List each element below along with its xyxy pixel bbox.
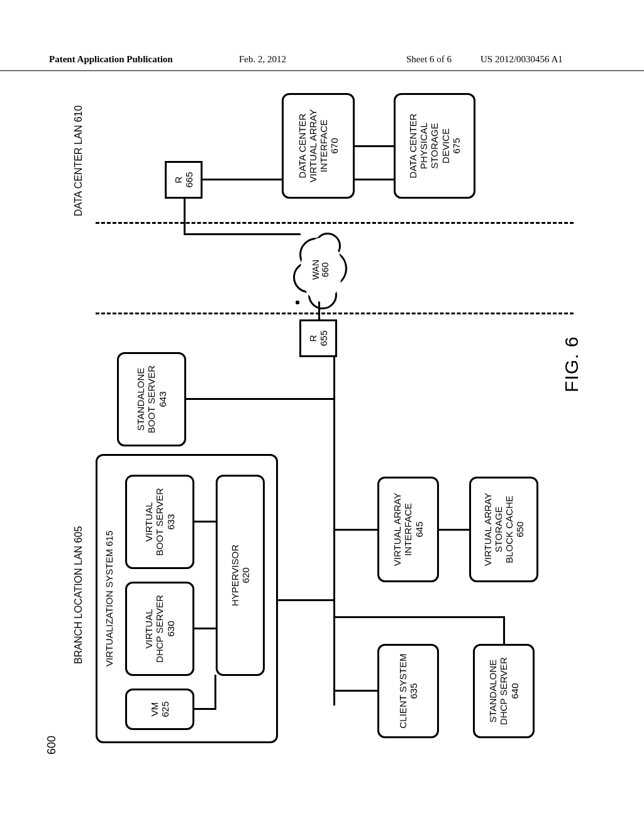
client-system: CLIENT SYSTEM 635 [377, 644, 439, 738]
vai-line3: 645 [414, 521, 425, 537]
standalone-boot-server: STANDALONE BOOT SERVER 643 [117, 352, 186, 446]
wan-cloud: WAN 660 [296, 235, 346, 304]
virtual-boot-line1: VIRTUAL [143, 502, 154, 541]
standalone-dhcp: STANDALONE DHCP SERVER 640 [473, 644, 535, 738]
vcache-line2: STORAGE [493, 506, 504, 552]
virtual-dhcp-line1: VIRTUAL [143, 609, 154, 648]
vai-line1: VIRTUAL ARRAY [392, 493, 402, 566]
virtual-array-interface: VIRTUAL ARRAY INTERFACE 645 [377, 477, 439, 582]
branch-lan-bus [333, 336, 335, 706]
diagram: 600 BRANCH LOCATION LAN 605 DATA CENTER … [39, 83, 605, 767]
page-header: Patent Application Publication Feb. 2, 2… [0, 54, 644, 71]
r655-line1: R [308, 335, 318, 342]
conn-vai-bus [335, 529, 377, 531]
vcache-line1: VIRTUAL ARRAY [482, 493, 493, 566]
dc-phys-line2: PHYSICAL [418, 123, 429, 169]
header-sheet: Sheet 6 of 6 [406, 54, 452, 65]
conn-vm-hyper [194, 708, 216, 710]
conn-client-bus [335, 690, 377, 692]
vcache-line3: BLOCK CACHE [504, 495, 514, 563]
conn-vsys-bus [278, 599, 333, 601]
conn-vdhcp-hyper [194, 628, 216, 629]
hypervisor-line2: 620 [240, 567, 251, 583]
header-date: Feb. 2, 2012 [239, 54, 286, 65]
virtual-dhcp-line2: DHCP SERVER [154, 595, 165, 663]
dc-phys-line5: 675 [451, 138, 462, 153]
standalone-boot-line1: STANDALONE [135, 368, 146, 431]
hypervisor-line1: HYPERVISOR [230, 545, 240, 606]
r665-line2: 665 [184, 172, 194, 187]
conn-stddhcp-h [503, 616, 505, 644]
standalone-dhcp-line1: STANDALONE [487, 660, 498, 723]
standalone-boot-line2: BOOT SERVER [146, 365, 157, 433]
vm-line1: VM [149, 702, 160, 717]
virtual-boot: VIRTUAL BOOT SERVER 633 [125, 475, 194, 569]
router-655: R 655 [299, 319, 337, 357]
client-line2: 635 [408, 683, 419, 699]
r665-line1: R [173, 177, 184, 184]
dc-phys-line3: STORAGE [429, 123, 440, 169]
conn-stdboot-bus [186, 398, 333, 400]
dc-phys-line4: DEVICE [440, 128, 451, 163]
header-left: Patent Application Publication [49, 54, 173, 65]
virtual-dhcp-line3: 630 [165, 621, 176, 636]
conn-wan-up [184, 233, 301, 235]
branch-lan-label: BRANCH LOCATION LAN 605 [73, 526, 84, 664]
dc-virtual-array-interface: DATA CENTER VIRTUAL ARRAY INTERFACE 670 [282, 93, 355, 199]
dc-vai-line2: VIRTUAL ARRAY [308, 109, 318, 182]
conn-stddhcp-v [335, 616, 504, 618]
hypervisor: HYPERVISOR 620 [216, 475, 265, 676]
figure-number: 600 [45, 736, 58, 755]
vcache-line4: 650 [514, 521, 525, 537]
virtual-dhcp: VIRTUAL DHCP SERVER 630 [125, 582, 194, 676]
dc-phys-line1: DATA CENTER [408, 114, 418, 179]
dc-physical-storage: DATA CENTER PHYSICAL STORAGE DEVICE 675 [394, 93, 475, 199]
conn-dcvai-dcphys [355, 145, 394, 147]
router-665: R 665 [165, 161, 203, 199]
figure-caption: FIG. 6 [561, 336, 582, 392]
conn-vai-vcache [439, 529, 469, 531]
vai-line2: INTERFACE [402, 503, 413, 556]
standalone-boot-line3: 643 [157, 391, 168, 407]
conn-vboot-hyper [194, 521, 216, 523]
virtual-array-cache: VIRTUAL ARRAY STORAGE BLOCK CACHE 650 [469, 477, 538, 582]
dc-vai-line3: INTERFACE [318, 119, 329, 172]
wan-line1: WAN [311, 260, 321, 280]
virtualization-system-label: VIRTUALIZATION SYSTEM 615 [104, 456, 114, 741]
virtualization-system: VIRTUALIZATION SYSTEM 615 VM 625 VIRTUAL… [96, 454, 278, 743]
header-pubno: US 2012/0030456 A1 [480, 54, 563, 65]
r655-line2: 655 [318, 330, 329, 346]
wan-line2: 660 [320, 262, 330, 277]
branch-boundary-dashed [96, 313, 574, 314]
datacenter-boundary-dashed [96, 222, 574, 224]
datacenter-lan-label: DATA CENTER LAN 610 [73, 106, 84, 216]
vm: VM 625 [125, 689, 194, 730]
conn-wan-r665 [184, 197, 186, 235]
dc-vai-line1: DATA CENTER [297, 114, 308, 179]
virtual-boot-line2: BOOT SERVER [154, 488, 165, 556]
conn-vm-hyper-h [214, 675, 216, 710]
client-line1: CLIENT SYSTEM [397, 654, 408, 729]
dc-vai-line4: 670 [329, 138, 340, 153]
standalone-dhcp-line2: DHCP SERVER [498, 657, 509, 725]
virtual-boot-line3: 633 [165, 514, 176, 529]
vm-line2: 625 [160, 701, 170, 717]
standalone-dhcp-line3: 640 [509, 683, 520, 699]
